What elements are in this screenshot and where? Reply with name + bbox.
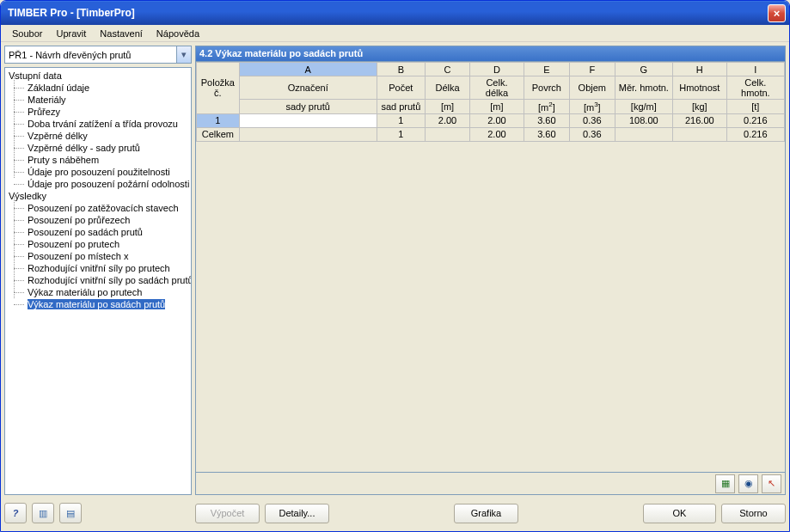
main-row: PŘ1 - Návrh dřevěných prutů ▾ Vstupní da…: [4, 46, 786, 495]
tree-item[interactable]: Doba trvání zatížení a třída provozu: [5, 118, 191, 130]
menu-napoveda[interactable]: Nápověda: [150, 27, 205, 40]
col-letter[interactable]: B: [377, 63, 425, 76]
titlebar: TIMBER Pro - [TimberPro] ×: [1, 1, 789, 25]
next-button[interactable]: ▤: [59, 503, 82, 523]
tree-item[interactable]: Posouzení po průřezech: [5, 214, 191, 226]
col-letter[interactable]: C: [425, 63, 469, 76]
tree-item[interactable]: Průřezy: [5, 106, 191, 118]
tree-item[interactable]: Pruty s náběhem: [5, 154, 191, 166]
corner-header: Položkač.: [197, 63, 240, 114]
table-title: 4.2 Výkaz materiálu po sadách prutů: [195, 46, 786, 61]
tree-item[interactable]: Údaje pro posouzení použitelnosti: [5, 166, 191, 178]
menu-soubor[interactable]: Soubor: [6, 27, 48, 40]
navigator-tree[interactable]: Vstupní data Základní údaje Materiály Pr…: [4, 67, 192, 495]
cell[interactable]: 216.00: [672, 113, 726, 127]
col-letter[interactable]: I: [726, 63, 784, 76]
cell[interactable]: 3.60: [524, 113, 569, 127]
col-header: Označení: [239, 76, 377, 100]
sheet-next-icon: ▤: [66, 508, 75, 519]
content-panel: 4.2 Výkaz materiálu po sadách prutů Polo…: [195, 46, 786, 495]
cell[interactable]: 1: [377, 113, 425, 127]
col-header: Povrch: [524, 76, 569, 100]
col-letter[interactable]: D: [470, 63, 524, 76]
cell: [425, 127, 469, 141]
col-header: Hmotnost: [672, 76, 726, 100]
case-combobox-text: PŘ1 - Návrh dřevěných prutů: [5, 50, 176, 60]
graphics-button[interactable]: Grafika: [454, 504, 518, 523]
help-icon: ?: [13, 508, 19, 518]
prev-button[interactable]: ▥: [32, 503, 54, 523]
table-scroll[interactable]: Položkač. A B C D E F G H I: [196, 62, 785, 472]
tree-item[interactable]: Rozhodující vnitřní síly po sadách prutů: [5, 274, 191, 286]
tree-item[interactable]: Posouzení po prutech: [5, 238, 191, 250]
cell[interactable]: [239, 113, 377, 127]
menu-nastaveni[interactable]: Nastavení: [94, 27, 149, 40]
cell: [239, 127, 377, 141]
col-unit: sad prutů: [377, 100, 425, 114]
cell[interactable]: 108.00: [615, 113, 672, 127]
tree-item-selected[interactable]: Výkaz materiálu po sadách prutů: [5, 298, 191, 310]
tree-item[interactable]: Výkaz materiálu po prutech: [5, 286, 191, 298]
tree-item[interactable]: Materiály: [5, 94, 191, 106]
col-unit: [m]: [425, 100, 469, 114]
tree-item[interactable]: Rozhodující vnitřní síly po prutech: [5, 262, 191, 274]
tree-group-results[interactable]: Výsledky: [5, 190, 191, 202]
cell[interactable]: 2.00: [425, 113, 469, 127]
close-button[interactable]: ×: [768, 4, 786, 22]
cell: 0.36: [569, 127, 615, 141]
case-combobox[interactable]: PŘ1 - Návrh dřevěných prutů ▾: [4, 46, 192, 64]
tree-item[interactable]: Vzpěrné délky - sady prutů: [5, 142, 191, 154]
tree-group-input[interactable]: Vstupní data: [5, 70, 191, 82]
col-header: Celk. délka: [470, 76, 524, 100]
column-letters-row: Položkač. A B C D E F G H I: [197, 63, 785, 76]
header-row-2: sady prutů sad prutů [m] [m] [m2] [m3] […: [197, 100, 785, 114]
col-letter[interactable]: F: [569, 63, 615, 76]
cell[interactable]: 2.00: [470, 113, 524, 127]
table-sum-row: Celkem 1 2.00 3.60 0.36 0.216: [197, 127, 785, 141]
col-header: Počet: [377, 76, 425, 100]
cell[interactable]: 0.216: [726, 113, 784, 127]
tree-item[interactable]: Základní údaje: [5, 82, 191, 94]
help-button[interactable]: ?: [4, 503, 27, 523]
col-letter[interactable]: G: [615, 63, 672, 76]
menu-upravit[interactable]: Upravit: [50, 27, 92, 40]
menu-bar: Soubor Upravit Nastavení Nápověda: [1, 25, 789, 42]
cell: [672, 127, 726, 141]
chevron-down-icon: ▾: [176, 46, 191, 63]
tree-item[interactable]: Posouzení po místech x: [5, 250, 191, 262]
cancel-button[interactable]: Storno: [721, 504, 786, 523]
col-unit: sady prutů: [239, 100, 377, 114]
details-button[interactable]: Detaily...: [265, 504, 329, 523]
tree-item[interactable]: Posouzení po sadách prutů: [5, 226, 191, 238]
window-title: TIMBER Pro - [TimberPro]: [4, 7, 768, 19]
results-table: Položkač. A B C D E F G H I: [196, 62, 785, 142]
col-unit: [kg]: [672, 100, 726, 114]
col-letter[interactable]: H: [672, 63, 726, 76]
excel-icon: ▦: [721, 478, 730, 489]
cell: 3.60: [524, 127, 569, 141]
col-unit: [m]: [470, 100, 524, 114]
col-letter[interactable]: A: [239, 63, 377, 76]
pick-button[interactable]: ↖: [762, 474, 781, 493]
calculate-button: Výpočet: [195, 504, 260, 523]
bottom-bar: ? ▥ ▤ Výpočet Detaily... Grafika OK Stor…: [4, 498, 786, 528]
tree-item[interactable]: Vzpěrné délky: [5, 130, 191, 142]
tree-item[interactable]: Posouzení po zatěžovacích stavech: [5, 202, 191, 214]
ok-button[interactable]: OK: [643, 504, 716, 523]
col-unit: [m3]: [569, 100, 615, 114]
col-unit: [kg/m]: [615, 100, 672, 114]
export-excel-button[interactable]: ▦: [715, 474, 735, 493]
cell[interactable]: 0.36: [569, 113, 615, 127]
col-header: Objem: [569, 76, 615, 100]
app-window: TIMBER Pro - [TimberPro] × Soubor Upravi…: [0, 0, 790, 532]
navigator-panel: PŘ1 - Návrh dřevěných prutů ▾ Vstupní da…: [4, 46, 192, 495]
col-header: Délka: [425, 76, 469, 100]
cell: 1: [377, 127, 425, 141]
cell: 2.00: [470, 127, 524, 141]
col-header: Měr. hmotn.: [615, 76, 672, 100]
col-header: Celk. hmotn.: [726, 76, 784, 100]
view-button[interactable]: ◉: [738, 474, 758, 493]
col-letter[interactable]: E: [524, 63, 569, 76]
table-row[interactable]: 1 1 2.00 2.00 3.60 0.36 108.00 216.00 0.…: [197, 113, 785, 127]
tree-item[interactable]: Údaje pro posouzení požární odolnosti: [5, 178, 191, 190]
